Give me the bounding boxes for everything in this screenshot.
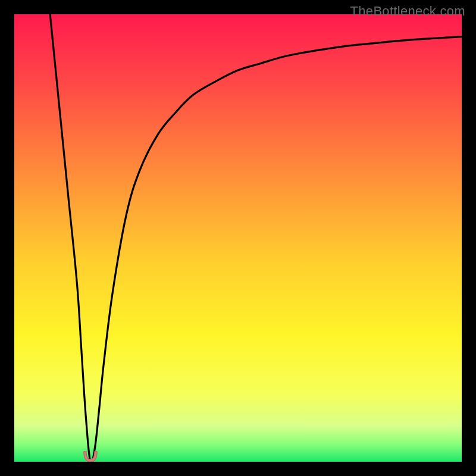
- optimal-marker: [82, 451, 99, 462]
- watermark-text: TheBottleneck.com: [350, 4, 465, 19]
- bottleneck-curve: [14, 14, 462, 462]
- chart-frame: TheBottleneck.com: [0, 0, 476, 476]
- plot-area: [14, 14, 462, 462]
